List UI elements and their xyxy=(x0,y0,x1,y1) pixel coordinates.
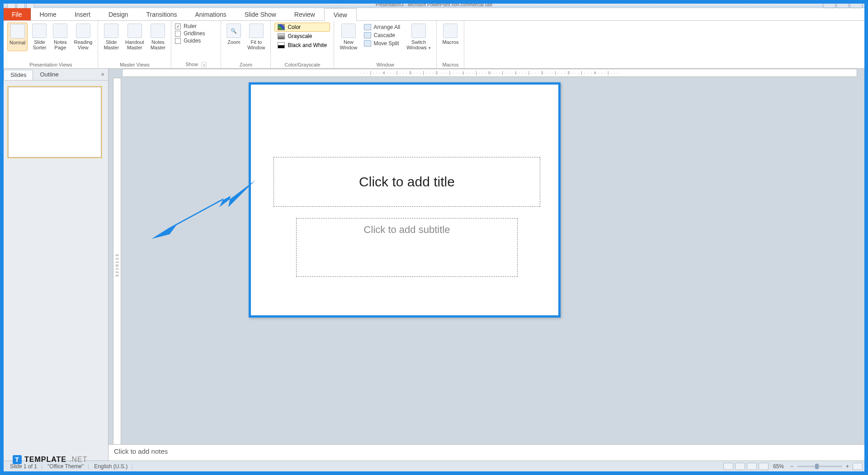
normal-view-status-button[interactable] xyxy=(723,463,733,470)
reading-view-status-button[interactable] xyxy=(747,463,757,470)
slide-thumbnail-1[interactable] xyxy=(8,87,101,157)
arrange-all-icon xyxy=(364,24,371,30)
status-right: 65% − + xyxy=(723,463,863,470)
watermark: T TEMPLATE.NET xyxy=(13,455,87,464)
grayscale-mode-button[interactable]: Grayscale xyxy=(274,32,330,41)
slideshow-view-status-button[interactable] xyxy=(759,463,769,470)
fit-window-icon xyxy=(249,24,264,38)
handout-master-button[interactable]: Handout Master xyxy=(123,23,146,51)
switch-windows-button[interactable]: Switch Windows ▾ xyxy=(405,23,433,52)
watermark-suffix: .NET xyxy=(69,456,87,464)
notes-master-button[interactable]: Notes Master xyxy=(149,23,168,51)
app-window: Presentation3 - Microsoft PowerPoint non… xyxy=(4,4,864,471)
arrange-all-button[interactable]: Arrange All xyxy=(362,24,402,31)
new-window-icon xyxy=(341,24,356,38)
group-window: New Window Arrange All Cascade Move Spli… xyxy=(334,21,437,68)
normal-view-button[interactable]: Normal xyxy=(7,23,28,51)
group-color-grayscale: Color Grayscale Black and White Color/Gr… xyxy=(271,21,334,68)
title-placeholder-text: Click to add title xyxy=(359,174,455,190)
zoom-percent[interactable]: 65% xyxy=(773,463,784,470)
gridlines-checkbox-row[interactable]: Gridlines xyxy=(175,30,217,37)
ruler-checkbox-row[interactable]: ✓ Ruler xyxy=(175,23,217,30)
status-language[interactable]: English (U.S.) xyxy=(90,463,132,470)
normal-view-label: Normal xyxy=(9,40,25,45)
slide-master-icon xyxy=(104,24,118,38)
zoom-out-button[interactable]: − xyxy=(788,463,795,470)
outline-tab[interactable]: Outline xyxy=(33,69,65,80)
notes-master-icon xyxy=(151,24,165,38)
close-panel-icon[interactable]: × xyxy=(101,71,104,78)
side-tabs: Slides Outline × xyxy=(4,69,108,81)
watermark-badge-icon: T xyxy=(13,455,22,464)
notes-page-button[interactable]: Notes Page xyxy=(51,23,69,51)
group-master-views: Slide Master Handout Master Notes Master… xyxy=(98,21,171,68)
tab-animations[interactable]: Animations xyxy=(186,8,235,20)
group-title-presentation-views: Presentation Views xyxy=(7,62,94,67)
cascade-button[interactable]: Cascade xyxy=(362,32,402,39)
tab-design[interactable]: Design xyxy=(99,8,137,20)
notes-master-label: Notes Master xyxy=(151,39,166,50)
tab-review[interactable]: Review xyxy=(285,8,324,20)
close-button[interactable] xyxy=(850,4,863,8)
fit-window-label: Fit to Window xyxy=(247,39,265,50)
file-tab[interactable]: File xyxy=(4,8,31,20)
title-bar: Presentation3 - Microsoft PowerPoint non… xyxy=(4,4,864,8)
sorter-view-status-button[interactable] xyxy=(735,463,745,470)
bw-label: Black and White xyxy=(288,42,327,48)
show-dialog-launcher-icon[interactable]: ↘ xyxy=(201,62,207,67)
zoom-button[interactable]: 🔍 Zoom xyxy=(225,23,243,51)
quick-access-toolbar xyxy=(7,4,34,8)
notes-page-icon xyxy=(53,24,67,38)
tab-home[interactable]: Home xyxy=(31,8,66,20)
new-window-label: New Window xyxy=(340,39,357,50)
grayscale-label: Grayscale xyxy=(288,33,312,39)
slide-editor[interactable]: Click to add title Click to add subtitle xyxy=(249,82,561,318)
slide-master-button[interactable]: Slide Master xyxy=(102,23,121,51)
tab-insert[interactable]: Insert xyxy=(66,8,99,20)
title-placeholder[interactable]: Click to add title xyxy=(274,157,540,207)
gridlines-checkbox[interactable] xyxy=(175,31,181,37)
annotation-arrow-icon xyxy=(151,180,255,243)
vertical-ruler: 3 2 1 0 1 2 3 xyxy=(113,78,121,453)
minimize-button[interactable] xyxy=(823,4,835,8)
save-icon[interactable] xyxy=(7,4,15,8)
redo-icon[interactable] xyxy=(26,4,34,8)
ruler-checkbox[interactable]: ✓ xyxy=(175,24,181,29)
ribbon: Normal Slide Sorter Notes Page Reading V… xyxy=(4,21,864,69)
group-zoom: 🔍 Zoom Fit to Window Zoom xyxy=(221,21,271,68)
window-title: Presentation3 - Microsoft PowerPoint non… xyxy=(376,4,492,7)
maximize-button[interactable] xyxy=(836,4,849,8)
undo-icon[interactable] xyxy=(17,4,25,8)
guides-checkbox-row[interactable]: Guides xyxy=(175,37,217,44)
fit-slide-status-button[interactable] xyxy=(853,463,863,470)
guides-checkbox[interactable] xyxy=(175,38,181,44)
grayscale-swatch-icon xyxy=(278,33,285,39)
zoom-slider-thumb[interactable] xyxy=(815,464,819,469)
fit-to-window-button[interactable]: Fit to Window xyxy=(245,23,267,51)
move-split-button[interactable]: Move Split xyxy=(362,40,402,47)
slides-tab[interactable]: Slides xyxy=(4,70,33,80)
new-window-button[interactable]: New Window xyxy=(338,23,359,51)
tab-view[interactable]: View xyxy=(324,8,357,21)
group-title-master-views: Master Views xyxy=(102,62,167,67)
zoom-in-button[interactable]: + xyxy=(844,463,851,470)
slide-sorter-label: Slide Sorter xyxy=(33,39,46,50)
slide-master-label: Slide Master xyxy=(104,39,119,50)
macros-button[interactable]: Macros xyxy=(440,23,460,46)
notes-pane[interactable]: Click to add notes xyxy=(108,444,864,461)
watermark-brand: TEMPLATE xyxy=(24,456,66,464)
slide-sorter-button[interactable]: Slide Sorter xyxy=(30,23,48,51)
color-mode-button[interactable]: Color xyxy=(274,23,330,32)
bw-mode-button[interactable]: Black and White xyxy=(274,41,330,50)
macros-label: Macros xyxy=(442,39,458,45)
reading-view-button[interactable]: Reading View xyxy=(72,23,94,51)
subtitle-placeholder[interactable]: Click to add subtitle xyxy=(296,218,518,277)
tab-transitions[interactable]: Transitions xyxy=(137,8,186,20)
group-title-show: Show ↘ xyxy=(175,61,217,67)
slide-sorter-icon xyxy=(32,24,47,38)
magnifier-icon: 🔍 xyxy=(226,24,241,38)
menu-bar: File Home Insert Design Transitions Anim… xyxy=(4,8,864,21)
zoom-slider[interactable] xyxy=(797,466,842,467)
reading-view-label: Reading View xyxy=(74,39,92,50)
tab-slide-show[interactable]: Slide Show xyxy=(236,8,285,20)
